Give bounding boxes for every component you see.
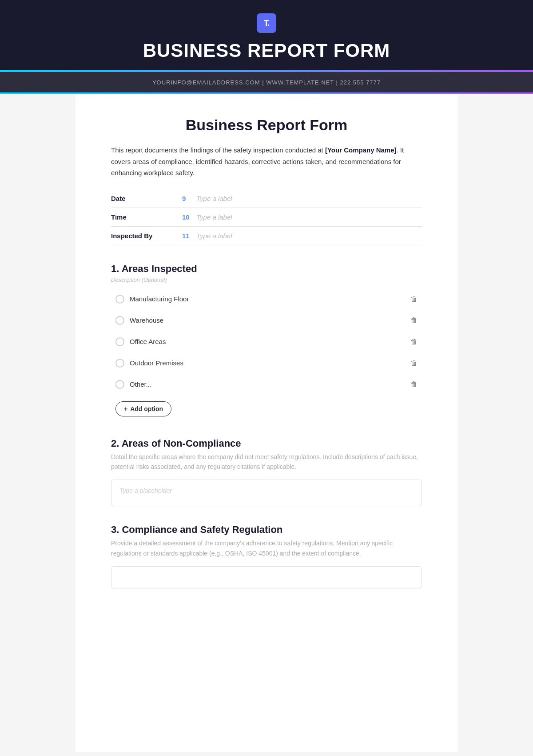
section-3-textarea[interactable] <box>111 566 422 588</box>
field-placeholder-time[interactable]: Type a label <box>196 213 422 221</box>
section-1-title: 1. Areas Inspected <box>111 263 422 275</box>
field-label-time: Time <box>111 213 182 221</box>
section-2-description: Detail the specific areas where the comp… <box>111 452 422 472</box>
plus-icon: + <box>124 405 127 412</box>
list-item: Warehouse 🗑 <box>111 311 422 330</box>
section-1-optional-desc: Description (Optional) <box>111 276 422 283</box>
option-label: Manufacturing Floor <box>130 295 189 303</box>
field-number-date: 9 <box>182 195 192 202</box>
field-placeholder-date[interactable]: Type a label <box>196 195 422 202</box>
logo-text: T. <box>264 19 269 28</box>
option-label: Outdoor Premises <box>130 359 183 367</box>
field-row-inspected-by: Inspected By 11 Type a label <box>111 232 422 245</box>
section-1-options: Manufacturing Floor 🗑 Warehouse 🗑 Office… <box>111 289 422 394</box>
radio-circle[interactable] <box>115 359 124 368</box>
field-row-date: Date 9 Type a label <box>111 195 422 208</box>
contact-info: YOURINFO@EMAILADDRESS.COM | WWW.TEMPLATE… <box>152 79 381 86</box>
section-1-header: 1. Areas Inspected Description (Optional… <box>111 263 422 283</box>
radio-circle[interactable] <box>115 295 124 304</box>
page-header: T. BUSINESS REPORT FORM <box>0 0 533 70</box>
field-placeholder-inspected-by[interactable]: Type a label <box>196 232 422 240</box>
fields-container: Date 9 Type a label Time 10 Type a label… <box>111 195 422 245</box>
delete-icon[interactable]: 🗑 <box>410 380 418 388</box>
section-2-header: 2. Areas of Non-Compliance <box>111 438 422 449</box>
list-item: Other... 🗑 <box>111 375 422 394</box>
add-option-label: Add option <box>130 405 163 412</box>
radio-circle[interactable] <box>115 337 124 346</box>
page-title: BUSINESS REPORT FORM <box>9 40 524 61</box>
main-content: Business Report Form This report documen… <box>76 94 457 752</box>
section-3-title: 3. Compliance and Safety Regulation <box>111 524 422 536</box>
delete-icon[interactable]: 🗑 <box>410 338 418 346</box>
field-number-inspected-by: 11 <box>182 232 192 240</box>
radio-circle[interactable] <box>115 316 124 325</box>
option-label: Other... <box>130 380 151 388</box>
section-2-title: 2. Areas of Non-Compliance <box>111 438 422 449</box>
list-item: Manufacturing Floor 🗑 <box>111 289 422 309</box>
form-title: Business Report Form <box>111 116 422 134</box>
section-3-description: Provide a detailed assessment of the com… <box>111 538 422 558</box>
field-number-time: 10 <box>182 213 192 221</box>
field-label-inspected-by: Inspected By <box>111 232 182 240</box>
field-row-time: Time 10 Type a label <box>111 213 422 227</box>
section-2-placeholder: Type a placeholder <box>119 487 172 494</box>
section-2-textarea[interactable]: Type a placeholder <box>111 480 422 506</box>
radio-circle[interactable] <box>115 380 124 389</box>
option-label: Office Areas <box>130 338 166 345</box>
form-description: This report documents the findings of th… <box>111 144 422 179</box>
delete-icon[interactable]: 🗑 <box>410 295 418 303</box>
option-label: Warehouse <box>130 316 163 324</box>
field-label-date: Date <box>111 195 182 202</box>
section-3-header: 3. Compliance and Safety Regulation <box>111 524 422 536</box>
add-option-button[interactable]: + Add option <box>115 401 171 416</box>
list-item: Office Areas 🗑 <box>111 332 422 352</box>
subheader: YOURINFO@EMAILADDRESS.COM | WWW.TEMPLATE… <box>0 72 533 92</box>
delete-icon[interactable]: 🗑 <box>410 359 418 367</box>
list-item: Outdoor Premises 🗑 <box>111 353 422 373</box>
delete-icon[interactable]: 🗑 <box>410 316 418 324</box>
logo-icon: T. <box>257 13 276 33</box>
